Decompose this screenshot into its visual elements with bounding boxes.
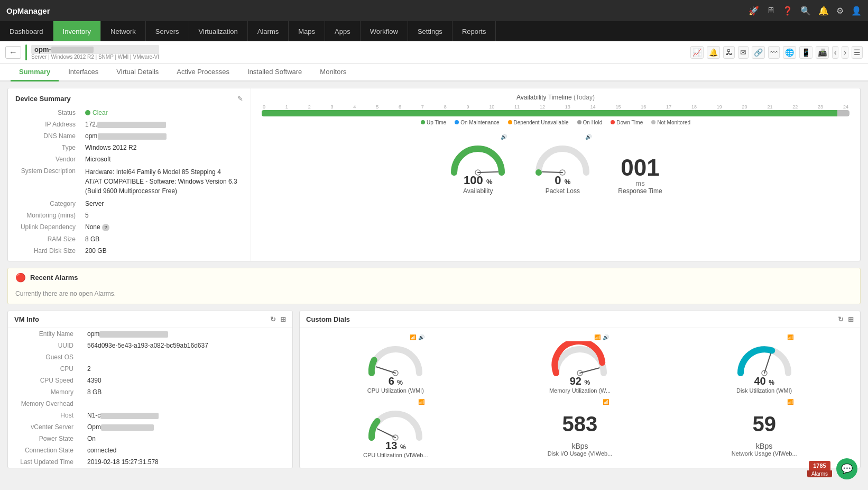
- device-name: opm-: [31, 45, 159, 54]
- nav-network[interactable]: Network: [101, 21, 146, 41]
- alarms-header: 🔴 Recent Alarms: [8, 268, 860, 287]
- dial-bar-icon3: 📶: [787, 334, 793, 340]
- avail-title: Availability Timeline (Today): [262, 94, 849, 101]
- table-row: Hard Disk Size 200 GB: [8, 245, 251, 257]
- table-row: CPU Speed 4390: [8, 375, 292, 386]
- fax-icon[interactable]: 📠: [816, 46, 829, 59]
- table-row: CPU 2: [8, 363, 292, 375]
- table-row: Memory Overhead: [8, 398, 292, 410]
- vm-expand-icon[interactable]: ⊞: [280, 315, 286, 323]
- bell-icon[interactable]: 🔔: [818, 6, 829, 16]
- avail-value: 100 %: [464, 174, 492, 187]
- navbar: Dashboard Inventory Network Servers Virt…: [0, 21, 868, 41]
- table-row: Power State On: [8, 433, 292, 444]
- dial-bar-icon4: 📶: [418, 399, 424, 405]
- link-icon[interactable]: 🔗: [752, 46, 765, 59]
- tab-summary[interactable]: Summary: [11, 63, 59, 81]
- chat-button[interactable]: 💬: [836, 458, 857, 479]
- trend-icon[interactable]: 〰: [768, 46, 780, 59]
- globe-icon[interactable]: 🌐: [783, 46, 796, 59]
- dial-icons-row6: 📶: [735, 399, 793, 405]
- help-icon[interactable]: ❓: [782, 6, 793, 16]
- breadcrumb-bar: ← opm- Server | Windows 2012 R2 | SNMP |…: [0, 41, 868, 63]
- legend-dependent-dot: [508, 120, 512, 124]
- dial-bar-icon: 📶: [410, 334, 416, 340]
- device-summary-title: Device Summary: [15, 95, 71, 103]
- table-row: Connection State connected: [8, 444, 292, 456]
- dials-panel-icons: ↻ ⊞: [838, 315, 854, 323]
- dial-disk-wmi: 📶 40 % Disk Utilization (WMI): [675, 334, 854, 394]
- tab-virtual-details[interactable]: Virtual Details: [108, 63, 167, 81]
- gauges-row: 🔊 100 % Availability: [262, 134, 849, 195]
- nav-maps[interactable]: Maps: [289, 21, 325, 41]
- timeline-segment-not-monitored: [837, 110, 849, 116]
- nav-workflow[interactable]: Workflow: [361, 21, 408, 41]
- rocket-icon[interactable]: 🚀: [749, 6, 759, 16]
- email-icon[interactable]: ✉: [738, 46, 749, 59]
- menu-icon[interactable]: ☰: [852, 46, 863, 59]
- packet-gauge-icon: 🔊: [585, 134, 592, 140]
- breadcrumb-divider: [25, 44, 27, 60]
- next-icon[interactable]: ›: [842, 46, 848, 59]
- packet-loss-gauge: 🔊 0 % Packet Loss: [533, 134, 592, 195]
- nav-reports[interactable]: Reports: [453, 21, 496, 41]
- tab-interfaces[interactable]: Interfaces: [60, 63, 107, 81]
- dial-bar-icon5: 📶: [603, 399, 609, 405]
- alarms-title: Recent Alarms: [30, 274, 78, 282]
- tab-installed-software[interactable]: Installed Software: [239, 63, 310, 81]
- recent-alarms-card: 🔴 Recent Alarms Currently there are no o…: [7, 268, 861, 304]
- search-icon[interactable]: 🔍: [800, 6, 811, 16]
- dials-refresh-icon[interactable]: ↻: [838, 315, 844, 323]
- table-row: Type Windows 2012 R2: [8, 142, 251, 153]
- dial-cpu-viweb: 📶 13 % CPU Utilization (VIWeb...: [306, 399, 485, 458]
- custom-dials-title: Custom Dials: [306, 315, 350, 323]
- topbar-right: 🚀 🖥 ❓ 🔍 🔔 ⚙ 👤: [749, 6, 862, 16]
- gear-icon[interactable]: ⚙: [836, 6, 844, 16]
- vm-refresh-icon[interactable]: ↻: [270, 315, 276, 323]
- vm-info-table: Entity Name opm UUID 564d093e-5e43-a193-…: [8, 328, 292, 468]
- alert-settings-icon[interactable]: 🔔: [707, 46, 720, 59]
- table-row: Memory 8 GB: [8, 386, 292, 398]
- network-usage-label: Network Usage (VIWeb...: [732, 450, 797, 457]
- prev-icon[interactable]: ‹: [832, 46, 839, 59]
- svg-line-9: [764, 354, 771, 373]
- phone-icon[interactable]: 📱: [799, 46, 812, 59]
- availability-panel: Availability Timeline (Today) 0123456789…: [251, 88, 860, 261]
- alarm-count-badge[interactable]: 1785 Alarms: [807, 461, 832, 477]
- user-icon[interactable]: 👤: [851, 6, 862, 16]
- dial-icons-row3: 📶: [735, 334, 793, 340]
- table-row: UUID 564d093e-5e43-a193-a082-bc59ab16d63…: [8, 340, 292, 351]
- chart-icon[interactable]: 📈: [690, 46, 704, 59]
- vm-info-header: VM Info ↻ ⊞: [8, 311, 292, 328]
- dns-redacted: [98, 133, 167, 140]
- floating-actions: 1785 Alarms 💬: [807, 458, 857, 479]
- dial-icons-row2: 📶 🔊: [551, 334, 609, 340]
- monitor-icon[interactable]: 🖥: [767, 6, 775, 15]
- network-usage-unit: kBps: [756, 442, 772, 450]
- nav-virtualization[interactable]: Virtualization: [189, 21, 248, 41]
- nav-alarms[interactable]: Alarms: [248, 21, 289, 41]
- cpu-viweb-label: CPU Utilization (VIWeb...: [363, 452, 428, 458]
- manage-icon[interactable]: 🖧: [723, 46, 735, 59]
- nav-inventory[interactable]: Inventory: [53, 21, 101, 41]
- cpu-viweb-gauge-svg: [366, 406, 424, 442]
- dials-expand-icon[interactable]: ⊞: [848, 315, 854, 323]
- topbar-left: OpManager: [6, 6, 50, 15]
- response-value: 001: [621, 156, 659, 179]
- tab-monitors[interactable]: Monitors: [311, 63, 355, 81]
- ip-redacted: [97, 122, 166, 128]
- table-row: vCenter Server Opm: [8, 421, 292, 433]
- edit-icon[interactable]: ✎: [237, 95, 243, 103]
- nav-dashboard[interactable]: Dashboard: [0, 21, 53, 41]
- device-info-table: Status Clear IP Address 172. DNS Name op…: [8, 107, 251, 257]
- timeline-hours: 0123456789101112131415161718192021222324: [262, 104, 849, 110]
- custom-dials-header: Custom Dials ↻ ⊞: [300, 311, 860, 328]
- nav-settings[interactable]: Settings: [408, 21, 453, 41]
- nav-apps[interactable]: Apps: [325, 21, 361, 41]
- back-button[interactable]: ←: [5, 46, 21, 59]
- tab-active-processes[interactable]: Active Processes: [168, 63, 238, 81]
- dial-cpu-wmi: 📶 🔊 6 % CPU Utilization (WMI): [306, 334, 485, 394]
- help-uplink-icon[interactable]: ?: [102, 224, 109, 231]
- status-dot: [85, 110, 90, 115]
- nav-servers[interactable]: Servers: [146, 21, 189, 41]
